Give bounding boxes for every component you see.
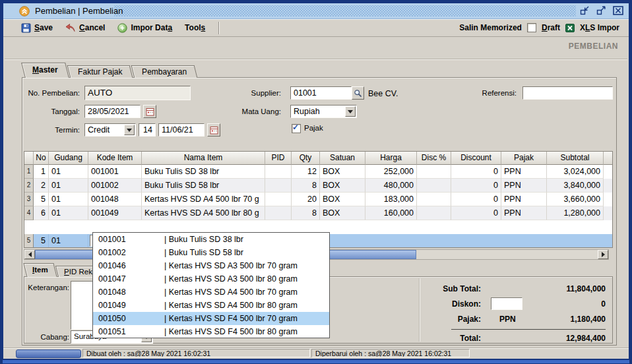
row-header[interactable]: 1 xyxy=(24,165,34,179)
chevron-down-icon[interactable] xyxy=(345,106,356,117)
cell-subtotal[interactable]: 3,660,000 xyxy=(547,193,604,206)
table-row[interactable]: 2201001002Buku Tulis SD 58 lbr8BOX480,00… xyxy=(24,179,613,193)
cell-nama[interactable]: Kertas HVS SD A4 500 lbr 70 g xyxy=(142,193,265,206)
row-header[interactable]: 3 xyxy=(24,193,34,206)
cancel-button[interactable]: Cancel xyxy=(62,22,108,34)
cell-harga[interactable]: 480,000 xyxy=(365,179,417,193)
termin-calendar-button[interactable] xyxy=(207,123,220,136)
impor-data-label: Impor Data xyxy=(131,23,172,32)
cell-no[interactable]: 1 xyxy=(34,165,49,179)
item-option[interactable]: 001001| Buku Tulis SD 38 lbr xyxy=(93,233,329,246)
table-row[interactable]: 3501001048Kertas HVS SD A4 500 lbr 70 g2… xyxy=(24,193,613,206)
cell-gudang[interactable]: 01 xyxy=(49,193,88,206)
tools-button[interactable]: Tools xyxy=(181,22,208,34)
no-pembelian-field[interactable]: AUTO xyxy=(84,86,191,100)
cell-kode[interactable]: 001049 xyxy=(88,206,142,220)
cell-nama[interactable]: Buku Tulis SD 58 lbr xyxy=(142,179,265,193)
cell-kode[interactable]: 001002 xyxy=(88,179,142,193)
cell-no[interactable]: 5 xyxy=(34,193,49,206)
cell-qty[interactable]: 8 xyxy=(292,179,320,193)
item-option[interactable]: 001002| Buku Tulis SD 58 lbr xyxy=(93,246,329,259)
cell-kode[interactable]: 001001 xyxy=(88,165,142,179)
mata-uang-combobox[interactable]: Rupiah xyxy=(290,105,357,118)
pajak-checkbox[interactable] xyxy=(292,124,301,133)
cell-harga[interactable]: 252,000 xyxy=(365,165,417,179)
cell-pid[interactable] xyxy=(265,193,292,206)
cell-nama[interactable]: Buku Tulis SD 38 lbr xyxy=(142,165,265,179)
table-row[interactable]: 1101001001Buku Tulis SD 38 lbr12BOX252,0… xyxy=(24,165,613,179)
cell-disc[interactable] xyxy=(417,179,451,193)
cell-qty[interactable]: 20 xyxy=(292,193,320,206)
table-row[interactable]: 4601001049Kertas HVS SD A4 500 lbr 80 g8… xyxy=(24,206,613,220)
cell-pid[interactable] xyxy=(265,165,292,179)
scroll-left-button[interactable] xyxy=(24,250,35,259)
item-lookup-dropdown[interactable]: 001001| Buku Tulis SD 38 lbr001002| Buku… xyxy=(92,232,330,338)
cell-satuan[interactable]: BOX xyxy=(320,165,365,179)
supplier-field[interactable]: 01001 xyxy=(290,86,352,100)
cell-discount[interactable]: 0 xyxy=(451,193,501,206)
item-option[interactable]: 001048| Kertas HVS SD A4 500 lbr 70 gram xyxy=(93,286,329,299)
cell-harga[interactable]: 160,000 xyxy=(365,206,417,220)
cell-pajak[interactable]: PPN xyxy=(501,206,547,220)
draft-checkbox[interactable] xyxy=(527,23,536,32)
xls-impor-button[interactable]: XLS Impor xyxy=(580,23,619,32)
salin-memorized-button[interactable]: Salin Memorized xyxy=(459,23,522,32)
item-option[interactable]: 001049| Kertas HVS SD A4 500 lbr 80 gram xyxy=(93,299,329,312)
tab-faktur-pajak[interactable]: Faktur Pajak xyxy=(67,65,133,78)
cell-pajak[interactable]: PPN xyxy=(501,165,547,179)
cell-kode[interactable]: 001048 xyxy=(88,193,142,206)
tab-item[interactable]: Item xyxy=(23,263,57,277)
row-header[interactable]: 5 xyxy=(24,234,34,248)
cell-subtotal[interactable]: 3,024,000 xyxy=(547,165,604,179)
cell-gudang[interactable]: 01 xyxy=(49,206,88,220)
item-option[interactable]: 001046| Kertas HVS SD A3 500 lbr 70 gram xyxy=(93,259,329,272)
cell-discount[interactable]: 0 xyxy=(451,165,501,179)
cell-disc[interactable] xyxy=(417,206,451,220)
termin-due-field[interactable]: 11/06/21 xyxy=(158,123,205,136)
cell-pid[interactable] xyxy=(265,206,292,220)
item-option[interactable]: 001047| Kertas HVS SD A3 500 lbr 80 gram xyxy=(93,272,329,286)
cell-harga[interactable]: 183,000 xyxy=(365,193,417,206)
row-header[interactable]: 4 xyxy=(24,206,34,220)
termin-days-field[interactable]: 14 xyxy=(139,123,156,136)
scroll-right-button[interactable] xyxy=(598,250,608,259)
cell-satuan[interactable]: BOX xyxy=(320,193,365,206)
tab-pembayaran[interactable]: Pembayaran xyxy=(131,65,198,78)
cell-gudang[interactable]: 01 xyxy=(49,179,88,193)
save-button[interactable]: Save xyxy=(18,22,56,34)
cell-discount[interactable]: 0 xyxy=(451,206,501,220)
row-header[interactable]: 2 xyxy=(24,179,34,193)
dock-window-icon[interactable] xyxy=(579,5,590,16)
cell-pajak[interactable]: PPN xyxy=(501,193,547,206)
cell-discount[interactable]: 0 xyxy=(451,179,501,193)
cell-qty[interactable]: 12 xyxy=(292,165,320,179)
close-icon[interactable] xyxy=(612,5,623,16)
cell-satuan[interactable]: BOX xyxy=(320,206,365,220)
item-option[interactable]: 001050| Kertas HVS SD F4 500 lbr 70 gram xyxy=(93,312,329,325)
supplier-lookup-button[interactable] xyxy=(352,86,364,100)
cell-subtotal[interactable]: 1,280,000 xyxy=(547,206,604,220)
cell-nama[interactable]: Kertas HVS SD A4 500 lbr 80 g xyxy=(142,206,265,220)
tab-master[interactable]: Master xyxy=(21,63,69,78)
cell-gudang[interactable]: 01 xyxy=(49,165,88,179)
chevron-down-icon[interactable] xyxy=(124,125,135,135)
cell-satuan[interactable]: BOX xyxy=(320,179,365,193)
app-icon xyxy=(19,6,30,16)
undock-window-icon[interactable] xyxy=(596,5,607,16)
cell-subtotal[interactable]: 3,840,000 xyxy=(547,179,604,193)
cell-disc[interactable] xyxy=(417,193,451,206)
cell-qty[interactable]: 8 xyxy=(292,206,320,220)
cell-no[interactable]: 5 xyxy=(34,234,49,248)
tanggal-field[interactable]: 28/05/2021 xyxy=(84,105,141,118)
cell-disc[interactable] xyxy=(417,165,451,179)
cell-pid[interactable] xyxy=(265,179,292,193)
impor-data-button[interactable]: Impor Data xyxy=(114,22,175,34)
cell-no[interactable]: 2 xyxy=(34,179,49,193)
cell-pajak[interactable]: PPN xyxy=(501,179,547,193)
tanggal-calendar-button[interactable] xyxy=(143,105,156,118)
referensi-field[interactable] xyxy=(522,86,613,100)
cell-gudang[interactable]: 01 xyxy=(49,234,88,248)
item-option[interactable]: 001051| Kertas HVS SD F4 500 lbr 80 gram xyxy=(93,325,329,338)
cell-no[interactable]: 6 xyxy=(34,206,49,220)
termin-combobox[interactable]: Credit xyxy=(84,123,136,136)
